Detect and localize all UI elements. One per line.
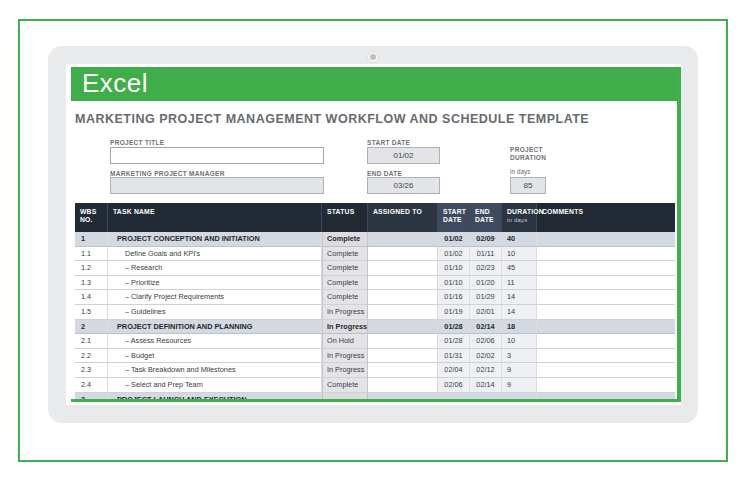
cell-task-name: – Guidelines	[108, 305, 322, 320]
cell-comments	[537, 232, 675, 247]
page-title: MARKETING PROJECT MANAGEMENT WORKFLOW AN…	[75, 112, 589, 126]
cell-end-date: 02/02	[470, 349, 502, 364]
project-manager-label: MARKETING PROJECT MANAGER	[110, 170, 225, 177]
table-row-task: 2.1– Assess ResourcesOn Hold01/2802/0610	[75, 334, 675, 349]
cell-status: In Progress	[322, 320, 368, 335]
cell-assigned-to	[368, 363, 438, 378]
table-body: 1PROJECT CONCEPTION AND INITIATIONComple…	[75, 232, 675, 399]
table-row-task: 1.5– GuidelinesIn Progress01/1902/0114	[75, 305, 675, 320]
table-row-task: 1.4– Clarify Project RequirementsComplet…	[75, 290, 675, 305]
col-header-duration: DURATIONin days	[502, 203, 537, 232]
device-screen: Excel MARKETING PROJECT MANAGEMENT WORKF…	[66, 64, 681, 405]
col-header-end-date: ENDDATE	[470, 203, 502, 232]
cell-comments	[537, 363, 675, 378]
col-header-comments: COMMENTS	[537, 203, 675, 232]
cell-task-name: – Clarify Project Requirements	[108, 290, 322, 305]
cell-assigned-to	[368, 232, 438, 247]
cell-task-name: – Assess Resources	[108, 334, 322, 349]
cell-comments	[537, 290, 675, 305]
project-duration-input[interactable]: 85	[510, 177, 546, 194]
cell-duration: 11	[502, 276, 537, 291]
cell-wbs-no: 1.4	[75, 290, 108, 305]
project-manager-input[interactable]	[110, 177, 324, 194]
cell-comments	[537, 334, 675, 349]
cell-comments	[537, 247, 675, 262]
cell-wbs-no: 2.2	[75, 349, 108, 364]
col-header-status: STATUS	[322, 203, 368, 232]
cell-comments	[537, 261, 675, 276]
cell-wbs-no: 1.2	[75, 261, 108, 276]
project-title-label: PROJECT TITLE	[110, 139, 164, 146]
table-row-task: 1.1Define Goals and KPI'sComplete01/0201…	[75, 247, 675, 262]
cell-comments	[537, 320, 675, 335]
cell-comments	[537, 305, 675, 320]
excel-header-bar: Excel	[71, 67, 677, 101]
table-row-section: 1PROJECT CONCEPTION AND INITIATIONComple…	[75, 232, 675, 247]
cell-start-date: 01/16	[438, 290, 470, 305]
cell-start-date: 01/02	[438, 247, 470, 262]
cell-duration: 45	[502, 261, 537, 276]
cell-start-date: 01/28	[438, 334, 470, 349]
cell-task-name: PROJECT LAUNCH AND EXECUTION	[108, 393, 322, 399]
cell-duration: 9	[502, 363, 537, 378]
table-row-task: 2.4– Select and Prep TeamComplete02/0602…	[75, 378, 675, 393]
cell-task-name: – Select and Prep Team	[108, 378, 322, 393]
cell-assigned-to	[368, 276, 438, 291]
start-date-input[interactable]: 01/02	[367, 147, 440, 164]
cell-end-date: 01/29	[470, 290, 502, 305]
table-row-task: 2.2– BudgetIn Progress01/3102/023	[75, 349, 675, 364]
thumbnail-canvas: Excel MARKETING PROJECT MANAGEMENT WORKF…	[0, 0, 746, 479]
table-row-section: 2PROJECT DEFINITION AND PLANNINGIn Progr…	[75, 320, 675, 335]
col-header-assigned-to: ASSIGNED TO	[368, 203, 438, 232]
cell-assigned-to	[368, 393, 438, 399]
table-row-task: 2.3– Task Breakdown and MilestonesIn Pro…	[75, 363, 675, 378]
cell-start-date: 02/04	[438, 363, 470, 378]
project-title-input[interactable]	[110, 147, 324, 164]
cell-start-date: 01/19	[438, 305, 470, 320]
cell-assigned-to	[368, 334, 438, 349]
cell-start-date	[438, 393, 470, 399]
tablet-device-frame: Excel MARKETING PROJECT MANAGEMENT WORKF…	[48, 46, 698, 423]
col-header-start-date: STARTDATE	[438, 203, 470, 232]
cell-end-date: 01/11	[470, 247, 502, 262]
cell-end-date	[470, 393, 502, 399]
cell-assigned-to	[368, 305, 438, 320]
cell-duration: 40	[502, 232, 537, 247]
cell-duration	[502, 393, 537, 399]
template-sheet: Excel MARKETING PROJECT MANAGEMENT WORKF…	[71, 67, 681, 402]
table-header-row: WBSNO. TASK NAME STATUS ASSIGNED TO STAR…	[75, 203, 675, 232]
cell-status: In Progress	[322, 349, 368, 364]
cell-assigned-to	[368, 261, 438, 276]
cell-wbs-no: 1.1	[75, 247, 108, 262]
project-duration-label: PROJECT DURATION	[510, 146, 546, 162]
cell-start-date: 01/10	[438, 261, 470, 276]
table-row-task: 1.3– PrioritizeComplete01/1001/2011	[75, 276, 675, 291]
cell-end-date: 01/20	[470, 276, 502, 291]
cell-start-date: 01/02	[438, 232, 470, 247]
cell-assigned-to	[368, 378, 438, 393]
cell-duration: 9	[502, 378, 537, 393]
cell-assigned-to	[368, 290, 438, 305]
cell-end-date: 02/01	[470, 305, 502, 320]
col-header-task-name: TASK NAME	[108, 203, 322, 232]
cell-start-date: 01/31	[438, 349, 470, 364]
table-row-task: 1.2– ResearchComplete01/1002/2345	[75, 261, 675, 276]
cell-duration: 10	[502, 247, 537, 262]
cell-end-date: 02/14	[470, 320, 502, 335]
cell-task-name: PROJECT CONCEPTION AND INITIATION	[108, 232, 322, 247]
cell-task-name: – Research	[108, 261, 322, 276]
cell-status: Complete	[322, 378, 368, 393]
cell-status: Complete	[322, 261, 368, 276]
cell-end-date: 02/09	[470, 232, 502, 247]
cell-duration: 14	[502, 290, 537, 305]
cell-wbs-no: 3	[75, 393, 108, 399]
cell-assigned-to	[368, 247, 438, 262]
cell-comments	[537, 378, 675, 393]
end-date-input[interactable]: 03/26	[367, 177, 440, 194]
cell-status: On Hold	[322, 334, 368, 349]
cell-wbs-no: 2.3	[75, 363, 108, 378]
cell-wbs-no: 1.5	[75, 305, 108, 320]
cell-duration: 3	[502, 349, 537, 364]
cell-wbs-no: 1	[75, 232, 108, 247]
cell-end-date: 02/23	[470, 261, 502, 276]
